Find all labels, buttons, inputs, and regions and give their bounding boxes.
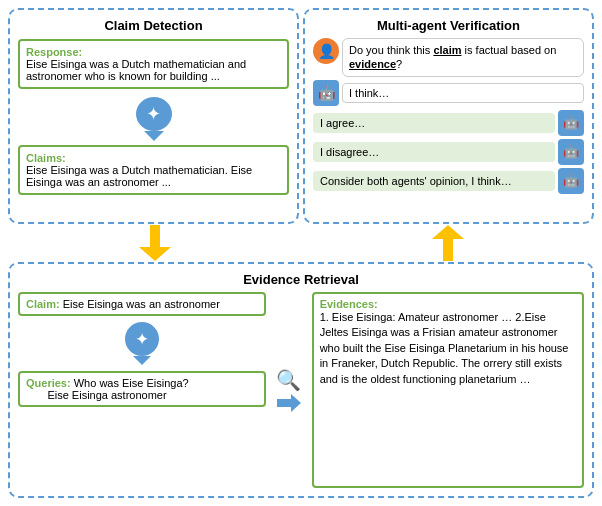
think-bubble: I think…	[342, 83, 584, 103]
response-text: Eise Eisinga was a Dutch mathematician a…	[26, 58, 246, 82]
claim-label: Claim:	[26, 298, 60, 310]
arrow-up-right	[301, 224, 594, 262]
response-label: Response:	[26, 46, 82, 58]
human-icon: 👤	[313, 38, 339, 64]
svg-rect-3	[443, 239, 453, 261]
svg-marker-2	[432, 225, 464, 239]
robot-icon-2: 🤖	[558, 139, 584, 165]
arrow-down-left	[8, 224, 301, 262]
robot-icon-3: 🤖	[558, 168, 584, 194]
robot-icon-1: 🤖	[558, 110, 584, 136]
multi-agent-title: Multi-agent Verification	[313, 18, 584, 33]
multi-agent-panel: Multi-agent Verification 👤 Do you think …	[303, 8, 594, 224]
claim-detection-panel: Claim Detection Response: Eise Eisinga w…	[8, 8, 299, 224]
openai-icon-down: ✦	[18, 97, 289, 141]
question-bubble: Do you think this claim is factual based…	[342, 38, 584, 77]
agree-bubble: I agree…	[313, 113, 555, 133]
claims-label: Claims:	[26, 152, 66, 164]
queries-label: Queries:	[26, 377, 71, 389]
openai-icon-evidence: ✦	[18, 322, 266, 365]
svg-marker-4	[277, 394, 301, 412]
evidences-box: Evidences: 1. Eise Eisinga: Amateur astr…	[312, 292, 584, 488]
disagree-bubble: I disagree…	[313, 142, 555, 162]
consider-bubble: Consider both agents' opinion, I think…	[313, 171, 555, 191]
svg-marker-1	[139, 247, 171, 261]
claim-value: Eise Eisinga was an astronomer	[63, 298, 220, 310]
queries-green-box: Queries: Who was Eise Eisinga? Eise Eisi…	[18, 371, 266, 407]
claim-green-box: Claim: Eise Eisinga was an astronomer	[18, 292, 266, 316]
svg-rect-0	[150, 225, 160, 247]
response-box: Response: Eise Eisinga was a Dutch mathe…	[18, 39, 289, 89]
evidence-retrieval-panel: Evidence Retrieval Claim: Eise Eisinga w…	[8, 262, 594, 498]
claim-detection-title: Claim Detection	[18, 18, 289, 33]
search-icon: 🔍	[276, 368, 301, 392]
robot-icon-main: 🤖	[313, 80, 339, 106]
claims-text: Eise Eisinga was a Dutch mathematician. …	[26, 164, 252, 188]
evidences-text: 1. Eise Eisinga: Amateur astronomer … 2.…	[320, 311, 569, 385]
claims-box: Claims: Eise Eisinga was a Dutch mathema…	[18, 145, 289, 195]
evidence-retrieval-title: Evidence Retrieval	[18, 272, 584, 287]
evidences-label: Evidences:	[320, 298, 378, 310]
